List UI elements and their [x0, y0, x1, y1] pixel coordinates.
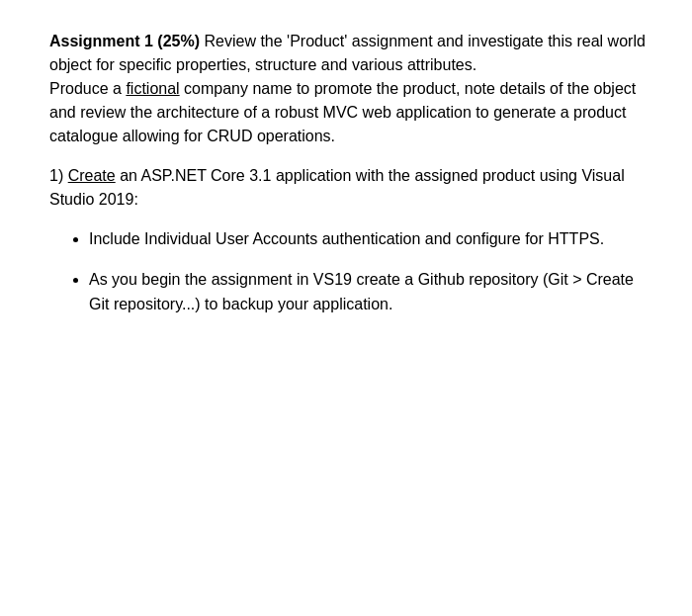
- intro-paragraph: Assignment 1 (25%) Review the 'Product' …: [49, 30, 652, 148]
- produce-before: Produce a: [49, 80, 126, 97]
- numbered-section: 1) Create an ASP.NET Core 3.1 applicatio…: [49, 164, 652, 212]
- main-content: Assignment 1 (25%) Review the 'Product' …: [49, 30, 652, 316]
- bullet-text-2: As you begin the assignment in VS19 crea…: [89, 271, 634, 312]
- bullet-list: Include Individual User Accounts authent…: [89, 227, 652, 316]
- list-item: Include Individual User Accounts authent…: [89, 227, 652, 252]
- fictional-word: fictional: [126, 80, 179, 97]
- numbered-suffix: an ASP.NET Core 3.1 application with the…: [49, 167, 625, 208]
- bullet-text-1: Include Individual User Accounts authent…: [89, 230, 604, 247]
- numbered-prefix: 1): [49, 167, 68, 184]
- list-item: As you begin the assignment in VS19 crea…: [89, 268, 652, 317]
- create-word: Create: [68, 167, 116, 184]
- assignment-title: Assignment 1 (25%): [49, 33, 200, 49]
